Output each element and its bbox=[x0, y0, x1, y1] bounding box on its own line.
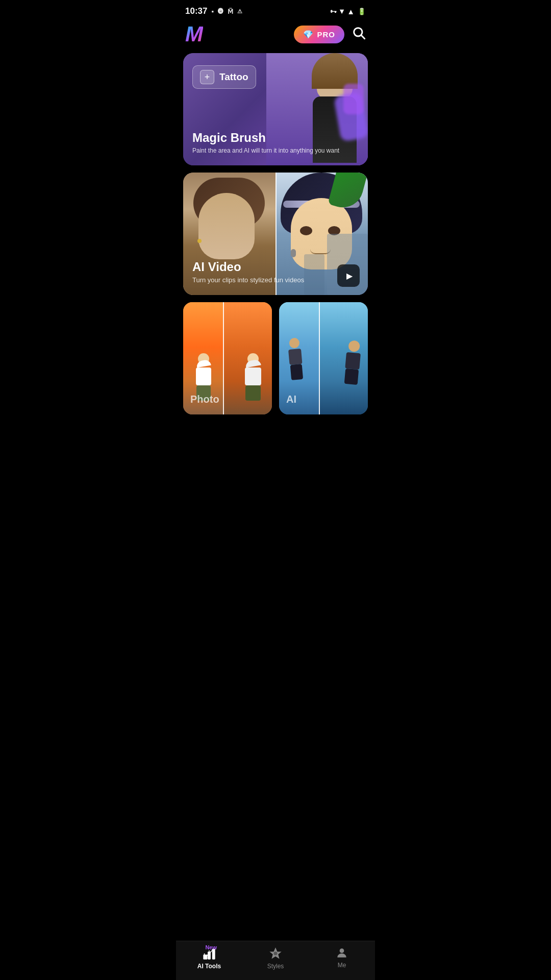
battery-icon: 🔋 bbox=[358, 8, 366, 15]
status-icon-1: ▪ bbox=[211, 8, 214, 15]
photo-card-text: Photo bbox=[190, 394, 219, 405]
status-right: 🗝 ▾ ▲ 🔋 bbox=[330, 7, 366, 16]
bottom-cards: Photo bbox=[183, 302, 368, 414]
pro-badge-button[interactable]: 💎 PRO bbox=[294, 26, 344, 43]
styles-icon bbox=[268, 946, 283, 961]
nav-item-me[interactable]: Me bbox=[309, 946, 375, 970]
tattoo-label: Tattoo bbox=[219, 71, 248, 83]
pro-label: PRO bbox=[317, 30, 335, 39]
logo-letter: M bbox=[185, 23, 203, 45]
svg-line-1 bbox=[361, 35, 364, 38]
status-left: 10:37 ▪ 🅐 M̈ ⚠ bbox=[185, 6, 242, 16]
tattoo-prompt: + Tattoo bbox=[192, 65, 256, 89]
status-icon-3: M̈ bbox=[228, 8, 233, 15]
ai-video-subtitle: Turn your clips into stylized fun videos bbox=[192, 276, 304, 284]
magic-brush-card[interactable]: + Tattoo Magic Brush Paint the area and … bbox=[183, 53, 368, 165]
photo-card-title: Photo bbox=[190, 394, 219, 405]
nav-label-ai-tools: AI Tools bbox=[197, 963, 221, 970]
search-button[interactable] bbox=[352, 26, 366, 43]
wifi-icon: ▾ bbox=[340, 7, 344, 16]
ai-card-divider bbox=[319, 302, 320, 414]
nav-label-me: Me bbox=[338, 962, 346, 969]
me-icon bbox=[335, 946, 348, 960]
ai-card-title: AI bbox=[286, 394, 296, 405]
bottom-nav: New AI Tools Styles Me bbox=[176, 941, 375, 980]
signal-icon: ▲ bbox=[347, 7, 355, 16]
photo-card[interactable]: Photo bbox=[183, 302, 272, 414]
status-bar: 10:37 ▪ 🅐 M̈ ⚠ 🗝 ▾ ▲ 🔋 bbox=[176, 0, 375, 19]
ai-video-title: AI Video bbox=[192, 260, 304, 274]
key-icon: 🗝 bbox=[330, 8, 337, 15]
ai-video-card[interactable]: ▶ AI Video Turn your clips into stylized… bbox=[183, 173, 368, 295]
nav-label-styles: Styles bbox=[267, 963, 284, 970]
header-right: 💎 PRO bbox=[294, 26, 366, 43]
photo-divider bbox=[223, 302, 224, 414]
plus-box: + bbox=[200, 70, 214, 84]
nav-item-ai-tools[interactable]: New AI Tools bbox=[176, 946, 242, 970]
svg-point-7 bbox=[274, 952, 278, 955]
nav-item-styles[interactable]: Styles bbox=[242, 946, 309, 970]
search-icon bbox=[352, 26, 366, 40]
ai-video-text: AI Video Turn your clips into stylized f… bbox=[192, 260, 304, 284]
main-content: + Tattoo Magic Brush Paint the area and … bbox=[176, 53, 375, 414]
app-logo[interactable]: M bbox=[185, 23, 203, 45]
ai-card-text: AI bbox=[286, 394, 296, 405]
play-button[interactable]: ▶ bbox=[337, 264, 360, 287]
status-time: 10:37 bbox=[185, 6, 207, 16]
status-icon-4: ⚠ bbox=[237, 8, 242, 15]
new-badge: New bbox=[205, 944, 217, 950]
magic-brush-text: Magic Brush Paint the area and AI will t… bbox=[192, 131, 339, 154]
plus-icon: + bbox=[205, 72, 210, 83]
ai-card[interactable]: AI bbox=[279, 302, 368, 414]
magic-brush-subtitle: Paint the area and AI will turn it into … bbox=[192, 147, 339, 154]
magic-brush-title: Magic Brush bbox=[192, 131, 339, 145]
status-icon-2: 🅐 bbox=[218, 8, 223, 14]
diamond-icon: 💎 bbox=[303, 30, 313, 39]
play-icon: ▶ bbox=[346, 271, 353, 281]
header: M 💎 PRO bbox=[176, 19, 375, 53]
svg-point-8 bbox=[340, 948, 344, 953]
